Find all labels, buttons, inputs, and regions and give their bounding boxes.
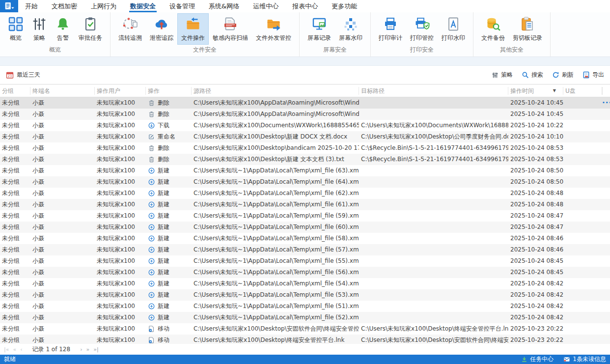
export-button[interactable]: 导出 (582, 71, 604, 79)
ribbon-item-file-operations[interactable]: 文件操作 (177, 13, 209, 45)
table-row[interactable]: 未分组小聂未知玩家x100新建C:\Users\未知玩~1\AppData\Lo… (0, 244, 610, 255)
fast-prev-page-button[interactable]: « (13, 346, 16, 353)
fast-next-page-button[interactable]: » (86, 346, 90, 353)
table-row[interactable]: 未分组小聂未知玩家x100新建C:\Users\未知玩~1\AppData\Lo… (0, 199, 610, 210)
cell-operation: 移动 (146, 335, 192, 344)
cell-target-path: C:\Users\未知玩家x100\Desktop\终端安全管控平台.lnk (359, 323, 508, 335)
menu-tab-web-behavior[interactable]: 上网行为 (84, 0, 123, 12)
table-row[interactable]: 未分组小聂未知玩家x100新建C:\Users\未知玩~1\AppData\Lo… (0, 312, 610, 323)
ribbon-item-screen-recording[interactable]: 屏幕记录 (304, 13, 335, 45)
ribbon-item-file-backup[interactable]: 文件备份 (477, 13, 509, 45)
ribbon-item-alerts[interactable]: 告警 (51, 13, 75, 45)
column-header-target-path[interactable]: 目标路径 (359, 87, 508, 95)
table-row[interactable]: 未分组小聂未知玩家x100新建C:\Users\未知玩~1\AppData\Lo… (0, 301, 610, 312)
column-header-operation[interactable]: 操作 (146, 87, 192, 95)
ribbon-item-print-audit[interactable]: 打印审计 (375, 13, 406, 45)
table-row[interactable]: 未分组小聂未知玩家x100删除C:\Users\未知玩家x100\Desktop… (0, 154, 610, 165)
ribbon-item-print-control[interactable]: 打印管控 (406, 13, 438, 45)
refresh-button[interactable]: 刷新 (552, 71, 574, 79)
row-gutter (602, 323, 610, 335)
task-center-button[interactable]: 任务中心 (521, 355, 554, 364)
table-row[interactable]: 未分组小聂未知玩家x100新建C:\Users\未知玩~1\AppData\Lo… (0, 278, 610, 289)
ribbon-item-overview[interactable]: 概览 (4, 13, 28, 45)
table-row[interactable]: 未分组小聂未知玩家x100新建C:\Users\未知玩~1\AppData\Lo… (0, 210, 610, 222)
ribbon-item-print-watermark[interactable]: 打印水印 (438, 13, 469, 45)
menu-tab-system-network[interactable]: 系统&网络 (202, 0, 246, 12)
ribbon-item-approval-tasks[interactable]: 审批任务 (75, 13, 106, 45)
ribbon-item-file-outgoing-control[interactable]: 文件外发管控 (252, 13, 295, 45)
cell-user: 未知玩家x100 (95, 255, 146, 267)
ribbon-group-file-security: 流转追溯 泄密追踪 (111, 12, 300, 56)
menu-tab-report-center[interactable]: 报表中心 (285, 0, 325, 12)
cell-target-path (359, 267, 508, 278)
table-row[interactable]: 未分组小聂未知玩家x100新建C:\Users\未知玩~1\AppData\Lo… (0, 188, 610, 199)
date-range-filter[interactable]: 23 最近三天 (6, 71, 40, 79)
ribbon-item-clipboard-record[interactable]: 剪切板记录 (509, 13, 546, 45)
first-page-button[interactable]: |« (4, 346, 9, 353)
prev-page-button[interactable]: ‹ (20, 346, 22, 353)
ribbon-item-leak-tracking[interactable]: 泄密追踪 (146, 13, 177, 45)
cell-target-path (359, 301, 508, 312)
ribbon-item-sensitive-content-scan[interactable]: 敏感内容扫描 (209, 13, 252, 45)
menu-tab-ops-center[interactable]: 运维中心 (246, 0, 285, 12)
table-row[interactable]: 未分组小聂未知玩家x100下载C:\Users\未知玩家x100\Documen… (0, 120, 610, 131)
table-row[interactable]: 未分组小聂未知玩家x100删除C:\Users\未知玩家x100\AppData… (0, 97, 610, 109)
ribbon-item-label: 屏幕水印 (339, 34, 362, 42)
new-operation-icon (148, 303, 155, 310)
ribbon-item-flow-trace[interactable]: 流转追溯 (114, 13, 146, 45)
cell-source-path: C:\Users\未知玩~1\AppData\Local\Temp\xml_fi… (192, 267, 359, 278)
table-row[interactable]: 未分组小聂未知玩家x100删除C:\Users\未知玩家x100\AppData… (0, 109, 610, 120)
cell-group: 未分组 (0, 154, 30, 165)
table-row[interactable]: 未分组小聂未知玩家x100新建C:\Users\未知玩~1\AppData\Lo… (0, 222, 610, 233)
table-row[interactable]: 未分组小聂未知玩家x100移动C:\Users\未知玩家x100\Desktop… (0, 323, 610, 335)
menu-tab-more-functions[interactable]: 更多功能 (325, 0, 364, 12)
cell-terminal: 小聂 (30, 199, 95, 210)
cell-usb (563, 120, 602, 131)
cell-terminal: 小聂 (30, 188, 95, 199)
table-row[interactable]: 未分组小聂未知玩家x100删除C:\Users\未知玩家x100\Desktop… (0, 142, 610, 154)
sort-desc-icon[interactable]: ▼ (553, 87, 561, 95)
table-row[interactable]: 未分组小聂未知玩家x100新建C:\Users\未知玩~1\AppData\Lo… (0, 165, 610, 176)
menu-tab-data-security[interactable]: 数据安全 (123, 0, 163, 12)
menu-tab-doc-encryption[interactable]: 文档加密 (45, 0, 84, 12)
column-header-time[interactable]: 操作时间 ▼ (508, 87, 563, 95)
next-page-button[interactable]: › (80, 346, 82, 353)
cell-terminal: 小聂 (30, 120, 95, 131)
cell-terminal: 小聂 (30, 289, 95, 301)
column-header-group[interactable]: 分组 (0, 87, 30, 95)
refresh-label: 刷新 (562, 71, 574, 79)
ribbon: 概览 策略 告警 (0, 12, 610, 57)
row-actions-button[interactable]: ••• (602, 97, 610, 109)
column-header-user[interactable]: 操作用户 (95, 87, 146, 95)
column-header-terminal[interactable]: 终端名 (30, 87, 95, 95)
cell-group: 未分组 (0, 131, 30, 142)
ribbon-item-policy[interactable]: 策略 (28, 13, 51, 45)
ribbon-item-screen-watermark[interactable]: 屏幕水印 (335, 13, 366, 45)
database-search-icon (485, 16, 501, 32)
operation-label: 新建 (158, 212, 169, 220)
cell-usb (563, 278, 602, 289)
cell-usb (563, 97, 602, 109)
policy-button[interactable]: 策略 (492, 71, 513, 79)
table-row[interactable]: 未分组小聂未知玩家x100新建C:\Users\未知玩~1\AppData\Lo… (0, 176, 610, 188)
table-row[interactable]: 未分组小聂未知玩家x100新建C:\Users\未知玩~1\AppData\Lo… (0, 255, 610, 267)
column-header-source-path[interactable]: 源路径 (192, 87, 359, 95)
operation-label: 删除 (158, 144, 169, 152)
search-button[interactable]: 搜索 (522, 71, 543, 79)
cell-group: 未分组 (0, 244, 30, 255)
table-row[interactable]: 未分组小聂未知玩家x100新建C:\Users\未知玩~1\AppData\Lo… (0, 267, 610, 278)
cell-usb (563, 255, 602, 267)
column-header-time-label: 操作时间 (510, 87, 534, 95)
table-row[interactable]: 未分组小聂未知玩家x100重命名C:\Users\未知玩家x100\Deskto… (0, 131, 610, 142)
last-page-button[interactable]: »| (93, 346, 98, 353)
menu-tab-start[interactable]: 开始 (18, 0, 45, 12)
menu-tab-device-management[interactable]: 设备管理 (163, 0, 202, 12)
cell-terminal: 小聂 (30, 154, 95, 165)
table-row[interactable]: 未分组小聂未知玩家x100移动C:\Users\未知玩家x100\Desktop… (0, 335, 610, 344)
calendar-icon: 23 (6, 71, 14, 79)
unread-messages-button[interactable]: 1条未读信息 (563, 355, 606, 364)
app-menu-button[interactable] (0, 0, 18, 12)
table-row[interactable]: 未分组小聂未知玩家x100新建C:\Users\未知玩~1\AppData\Lo… (0, 233, 610, 244)
table-row[interactable]: 未分组小聂未知玩家x100新建C:\Users\未知玩~1\AppData\Lo… (0, 289, 610, 301)
column-header-usb[interactable]: U盘 (563, 87, 602, 95)
